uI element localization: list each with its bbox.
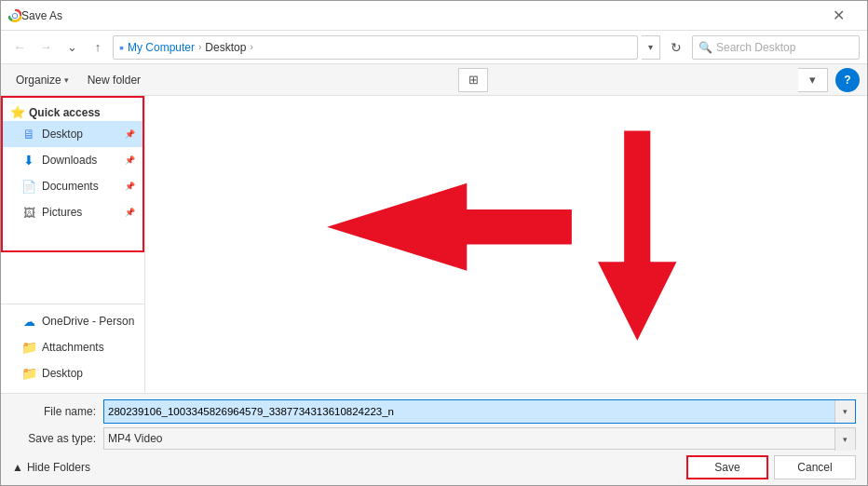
filename-dropdown-button[interactable]: ▾: [834, 400, 855, 423]
desktop2-folder-icon: 📁: [21, 366, 36, 381]
title-bar-text: Save As: [21, 9, 817, 22]
help-icon: ?: [844, 74, 850, 87]
cancel-button[interactable]: Cancel: [774, 455, 856, 479]
savetype-input[interactable]: MP4 Video: [104, 428, 834, 449]
sidebar-item-desktop-label: Desktop: [42, 128, 83, 141]
search-icon: 🔍: [698, 41, 712, 54]
address-dropdown-button[interactable]: ▾: [642, 35, 660, 60]
save-label: Save: [714, 461, 739, 474]
content-area: [145, 96, 867, 393]
chevron-down-icon-2: ▾: [648, 42, 653, 52]
save-button[interactable]: Save: [686, 455, 768, 479]
bottom-footer: ▲ Hide Folders Save Cancel: [12, 453, 856, 479]
address-part-computer: My Computer: [128, 41, 195, 54]
organize-label: Organize: [16, 74, 61, 87]
attachments-folder-icon: 📁: [21, 340, 36, 355]
refresh-icon: ↻: [671, 40, 682, 55]
forward-icon: →: [40, 40, 52, 54]
hide-folders-icon: ▲: [12, 461, 23, 474]
sidebar-item-attachments[interactable]: 📁 Attachments: [1, 334, 144, 360]
search-bar[interactable]: 🔍 Search Desktop: [692, 35, 860, 60]
sidebar: ⭐ Quick access 🖥 Desktop 📌 ⬇ Downloads 📌: [1, 96, 145, 393]
quick-access-icon: ⭐: [10, 105, 25, 119]
view-icon: ⊞: [468, 73, 479, 87]
back-icon: ←: [14, 40, 26, 54]
chevron-down-icon-5: ▾: [843, 435, 848, 444]
savetype-input-wrapper[interactable]: MP4 Video ▾: [103, 427, 856, 450]
organize-arrow: ▾: [64, 75, 69, 85]
breadcrumb-chevron-1: ›: [198, 42, 201, 52]
forward-button[interactable]: →: [34, 36, 57, 59]
action-bar: Organize ▾ New folder ⊞ ▾ ?: [1, 64, 867, 96]
view-button[interactable]: ⊞: [458, 68, 488, 92]
sidebar-item-pictures-label: Pictures: [42, 206, 82, 219]
save-as-dialog: Save As ✕ ← → ⌄ ↑ ▪ My Computer › Deskto…: [0, 0, 868, 486]
sidebar-item-documents[interactable]: 📄 Documents 📌: [1, 173, 144, 199]
address-bar[interactable]: ▪ My Computer › Desktop ›: [113, 35, 638, 60]
chevron-down-icon-3: ▾: [809, 73, 816, 87]
new-folder-button[interactable]: New folder: [80, 68, 148, 92]
dropdown-button[interactable]: ⌄: [61, 36, 83, 59]
sidebar-item-downloads[interactable]: ⬇ Downloads 📌: [1, 147, 144, 173]
pictures-icon: 🖼: [21, 205, 36, 220]
action-buttons: Save Cancel: [686, 455, 856, 479]
documents-pin-icon: 📌: [125, 182, 135, 191]
quick-access-label: Quick access: [29, 106, 101, 119]
desktop-folder-icon: 🖥: [21, 127, 36, 142]
savetype-row: Save as type: MP4 Video ▾: [12, 427, 856, 450]
sidebar-item-desktop[interactable]: 🖥 Desktop 📌: [1, 121, 144, 147]
chevron-down-icon-4: ▾: [843, 407, 848, 416]
downloads-icon: ⬇: [21, 153, 36, 168]
sidebar-section-quick-access: ⭐ Quick access: [1, 100, 144, 121]
up-button[interactable]: ↑: [87, 36, 109, 59]
view-dropdown-button[interactable]: ▾: [798, 68, 828, 92]
main-area: ⭐ Quick access 🖥 Desktop 📌 ⬇ Downloads 📌: [1, 96, 867, 393]
folder-icon: ▪: [119, 40, 124, 55]
pictures-pin-icon: 📌: [125, 208, 135, 217]
hide-folders-button[interactable]: ▲ Hide Folders: [12, 459, 90, 476]
address-part-desktop: Desktop: [205, 41, 246, 54]
hide-folders-label: Hide Folders: [27, 461, 90, 474]
nav-toolbar: ← → ⌄ ↑ ▪ My Computer › Desktop › ▾ ↻ 🔍 …: [1, 31, 867, 64]
chrome-icon: [8, 9, 21, 22]
title-bar: Save As ✕: [1, 1, 867, 31]
sidebar-item-desktop2[interactable]: 📁 Desktop: [1, 360, 144, 386]
help-button[interactable]: ?: [835, 68, 860, 92]
back-button[interactable]: ←: [8, 36, 31, 59]
sidebar-divider: [1, 304, 144, 304]
sidebar-item-onedrive-label: OneDrive - Person: [42, 315, 134, 328]
documents-icon: 📄: [21, 179, 36, 194]
refresh-button[interactable]: ↻: [664, 35, 688, 60]
sidebar-item-onedrive[interactable]: ☁ OneDrive - Person: [1, 308, 144, 334]
file-name-label: File name:: [12, 405, 96, 418]
onedrive-icon: ☁: [21, 314, 36, 329]
chevron-down-icon: ⌄: [67, 40, 77, 54]
filename-input[interactable]: 280239106_1003345826964579_3387734313610…: [104, 400, 834, 423]
svg-marker-3: [327, 183, 572, 271]
search-placeholder: Search Desktop: [716, 41, 795, 54]
save-type-label: Save as type:: [12, 432, 96, 445]
sidebar-item-desktop2-label: Desktop: [42, 367, 83, 380]
svg-marker-4: [598, 131, 676, 341]
filename-input-wrapper[interactable]: 280239106_1003345826964579_3387734313610…: [103, 399, 856, 424]
close-button[interactable]: ✕: [817, 1, 860, 31]
bottom-bar: File name: 280239106_1003345826964579_33…: [1, 393, 867, 485]
savetype-dropdown-button[interactable]: ▾: [834, 428, 855, 451]
downloads-pin-icon: 📌: [125, 155, 135, 165]
sidebar-item-downloads-label: Downloads: [42, 154, 97, 167]
sidebar-item-pictures[interactable]: 🖼 Pictures 📌: [1, 199, 144, 225]
desktop-pin-icon: 📌: [125, 129, 135, 139]
up-icon: ↑: [95, 40, 102, 54]
svg-point-2: [13, 13, 17, 17]
sidebar-item-documents-label: Documents: [42, 180, 99, 193]
new-folder-label: New folder: [88, 74, 141, 87]
breadcrumb-chevron-2: ›: [250, 42, 252, 52]
arrow-overlay: [145, 96, 867, 393]
sidebar-item-attachments-label: Attachments: [42, 341, 104, 354]
organize-button[interactable]: Organize ▾: [8, 68, 76, 92]
filename-row: File name: 280239106_1003345826964579_33…: [12, 399, 856, 424]
cancel-label: Cancel: [797, 461, 832, 474]
